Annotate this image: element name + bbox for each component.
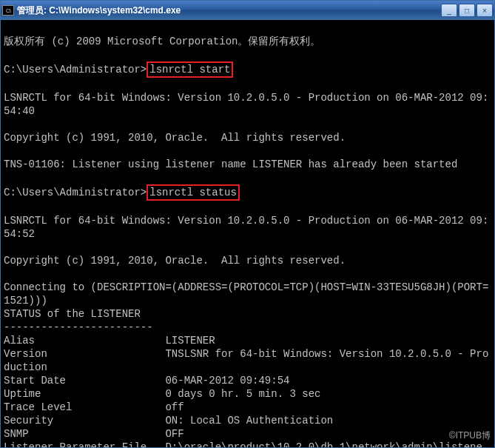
uptime-line: Uptime 0 days 0 hr. 5 min. 3 sec [4, 388, 320, 400]
version-line: Version TNSLSNR for 64-bit Windows: Vers… [4, 348, 488, 373]
lsnrctl-banner-1: LSNRCTL for 64-bit Windows: Version 10.2… [4, 92, 488, 117]
console-output[interactable]: 版权所有 (c) 2009 Microsoft Corporation。保留所有… [1, 20, 494, 447]
start-date-line: Start Date 06-MAR-2012 09:49:54 [4, 375, 289, 387]
titlebar[interactable]: C:\ 管理员: C:\Windows\system32\cmd.exe _ □… [1, 1, 494, 20]
maximize-button[interactable]: □ [459, 4, 475, 17]
oracle-copyright-2: Copyright (c) 1991, 2010, Oracle. All ri… [4, 255, 346, 267]
param-file-line: Listener Parameter File D:\oracle\produc… [4, 441, 482, 447]
close-button[interactable]: × [477, 4, 493, 17]
security-line: Security ON: Local OS Authentication [4, 415, 333, 427]
tns-error: TNS-01106: Listener using listener name … [4, 158, 457, 170]
prompt-line-2: C:\Users\Administrator>lsnrctl status [4, 187, 240, 198]
copyright-line: 版权所有 (c) 2009 Microsoft Corporation。保留所有… [4, 36, 320, 47]
highlight-cmd-2: lsnrctl status [147, 184, 240, 201]
window-title: 管理员: C:\Windows\system32\cmd.exe [17, 4, 441, 17]
prompt-1: C:\Users\Administrator> [4, 64, 147, 76]
trace-level-line: Trace Level off [4, 401, 184, 413]
cmd-icon: C:\ [2, 5, 14, 16]
separator: ------------------------ [4, 321, 153, 333]
prompt-line-1: C:\Users\Administrator>lsnrctl start [4, 64, 233, 76]
status-header: STATUS of the LISTENER [4, 308, 141, 320]
alias-line: Alias LISTENER [4, 335, 215, 347]
lsnrctl-banner-2: LSNRCTL for 64-bit Windows: Version 10.2… [4, 215, 488, 240]
prompt-2: C:\Users\Administrator> [4, 187, 147, 198]
highlight-cmd-1: lsnrctl start [147, 61, 233, 78]
connecting-line: Connecting to (DESCRIPTION=(ADDRESS=(PRO… [4, 281, 488, 307]
window-controls: _ □ × [441, 4, 493, 17]
oracle-copyright-1: Copyright (c) 1991, 2010, Oracle. All ri… [4, 132, 346, 144]
cmd-window: C:\ 管理员: C:\Windows\system32\cmd.exe _ □… [0, 0, 495, 448]
snmp-line: SNMP OFF [4, 428, 184, 440]
minimize-button[interactable]: _ [441, 4, 457, 17]
